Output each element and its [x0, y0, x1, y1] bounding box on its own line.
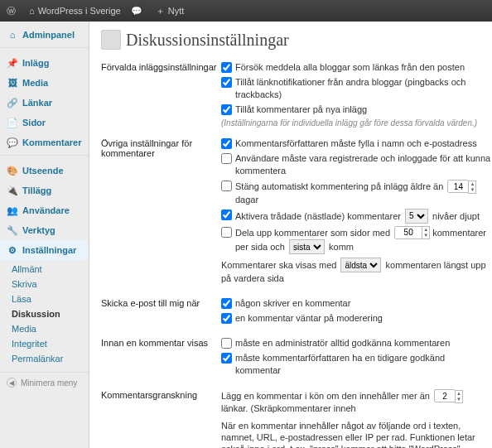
menu-tools[interactable]: 🔧Verktyg: [0, 220, 89, 240]
opt-require-registration[interactable]: Användare måste vara registrerade och in…: [221, 152, 492, 177]
menu-label: Inställningar: [22, 245, 76, 255]
sub-permalinks[interactable]: Permalänkar: [0, 351, 89, 366]
opt-allow-comments[interactable]: Tillåt kommentarer på nya inlägg: [221, 104, 492, 116]
menu-label: Användare: [22, 205, 70, 215]
spinner[interactable]: ▲▼: [455, 390, 463, 403]
settings-icon: ⚙: [7, 244, 18, 256]
menu-label: Verktyg: [22, 225, 55, 235]
menu-media[interactable]: 🖼Media: [0, 73, 89, 93]
opt-email-on-moderation[interactable]: en kommentar väntar på moderering: [221, 312, 492, 325]
menu-label: Media: [22, 78, 48, 88]
menu-label: Utseende: [22, 166, 64, 176]
menu-label: Tillägg: [22, 185, 51, 195]
default-page-select[interactable]: sista: [289, 239, 325, 254]
plugin-icon: 🔌: [7, 185, 18, 196]
spinner[interactable]: ▲▼: [422, 226, 430, 239]
moderation-desc: När en kommentar innehåller något av föl…: [221, 420, 492, 448]
opt-prev-approved[interactable]: måste kommentarförfattaren ha en tidigar…: [221, 352, 492, 377]
default-note: (Inställningarna för individuella inlägg…: [221, 118, 492, 128]
pin-icon: 📌: [7, 57, 18, 69]
spinner[interactable]: ▲▼: [468, 181, 476, 194]
sub-writing[interactable]: Skriva: [0, 277, 89, 291]
media-icon: 🖼: [7, 77, 18, 89]
max-links-input[interactable]: [434, 389, 456, 402]
opt-admin-approve[interactable]: måste en administratör alltid godkänna k…: [221, 337, 492, 349]
section-before-appear: Innan en kommentar visas: [101, 337, 221, 379]
tools-icon: 🔧: [7, 224, 18, 236]
thread-depth-select[interactable]: 5: [405, 209, 428, 224]
link-icon: 🔗: [7, 97, 18, 108]
new-content[interactable]: ＋Nytt: [156, 5, 185, 17]
page-icon: 📄: [7, 117, 18, 128]
opt-email-on-comment[interactable]: någon skriver en kommentar: [221, 297, 492, 310]
menu-comments[interactable]: 💬Kommentarer: [0, 132, 89, 152]
menu-users[interactable]: 👥Användare: [0, 200, 89, 220]
opt-require-name-email[interactable]: Kommentarsförfattaren måste fylla i namn…: [221, 137, 492, 150]
menu-pages[interactable]: 📄Sidor: [0, 113, 89, 132]
collapse-label: Minimera meny: [21, 378, 77, 388]
admin-bar: ⓦ ⌂WordPress i Sverige 💬 ＋Nytt: [0, 0, 492, 22]
section-other-comment: Övriga inställningar för kommentarer: [101, 137, 221, 287]
comments-bubble[interactable]: 💬: [131, 6, 146, 17]
menu-plugins[interactable]: 🔌Tillägg: [0, 181, 89, 200]
menu-settings[interactable]: ⚙Inställningar: [0, 240, 89, 260]
opt-threaded[interactable]: Aktivera trådade (nästlade) kommentarer …: [221, 209, 492, 224]
collapse-menu[interactable]: ◀Minimera meny: [0, 372, 89, 393]
page-title: Diskussionsinställningar: [101, 30, 492, 50]
menu-dashboard[interactable]: ⌂Adminpanel: [0, 25, 89, 45]
collapse-icon: ◀: [7, 378, 17, 388]
comment-icon: 💬: [7, 137, 18, 148]
opt-pingback-notify[interactable]: Försök meddela alla bloggar som länkas f…: [221, 61, 492, 74]
section-moderation: Kommentarsgranskning: [101, 389, 221, 448]
dashboard-icon: ⌂: [7, 29, 18, 41]
opt-paginate[interactable]: Dela upp kommentarer som sidor med ▲▼ ko…: [221, 226, 492, 255]
wp-logo[interactable]: ⓦ: [7, 5, 19, 17]
sub-privacy[interactable]: Integritet: [0, 336, 89, 351]
sub-discussion[interactable]: Diskussion: [0, 306, 89, 321]
menu-appearance[interactable]: 🎨Utseende: [0, 161, 89, 181]
users-icon: 👥: [7, 205, 18, 216]
comment-order-select[interactable]: äldsta: [340, 258, 381, 272]
sub-media[interactable]: Media: [0, 321, 89, 336]
settings-page-icon: [101, 30, 121, 50]
section-default-article: Förvalda inläggsinställningar: [101, 61, 221, 128]
menu-label: Länkar: [22, 98, 52, 108]
close-days-input[interactable]: [447, 180, 469, 193]
new-label: Nytt: [168, 6, 185, 16]
sub-general[interactable]: Allmänt: [0, 262, 89, 277]
menu-posts[interactable]: 📌Inlägg: [0, 53, 89, 73]
menu-label: Adminpanel: [22, 30, 75, 40]
menu-links[interactable]: 🔗Länkar: [0, 93, 89, 113]
site-name[interactable]: ⌂WordPress i Sverige: [29, 6, 121, 16]
menu-label: Inlägg: [22, 58, 49, 68]
opt-close-old[interactable]: Stäng automatiskt kommentering på inlägg…: [221, 180, 492, 206]
opt-allow-trackbacks[interactable]: Tillåt länknotifikationer från andra blo…: [221, 76, 492, 101]
settings-submenu: Allmänt Skriva Läsa Diskussion Media Int…: [0, 260, 89, 369]
menu-label: Kommentarer: [22, 137, 82, 147]
content-area: Diskussionsinställningar Förvalda inlägg…: [89, 22, 492, 448]
appearance-icon: 🎨: [7, 165, 18, 176]
site-name-label: WordPress i Sverige: [38, 6, 121, 16]
admin-menu: ⌂Adminpanel 📌Inlägg 🖼Media 🔗Länkar 📄Sido…: [0, 22, 89, 448]
per-page-input[interactable]: [394, 226, 422, 239]
sub-reading[interactable]: Läsa: [0, 291, 89, 306]
section-email-me: Skicka e-post till mig när: [101, 297, 221, 327]
menu-label: Sidor: [22, 118, 46, 128]
